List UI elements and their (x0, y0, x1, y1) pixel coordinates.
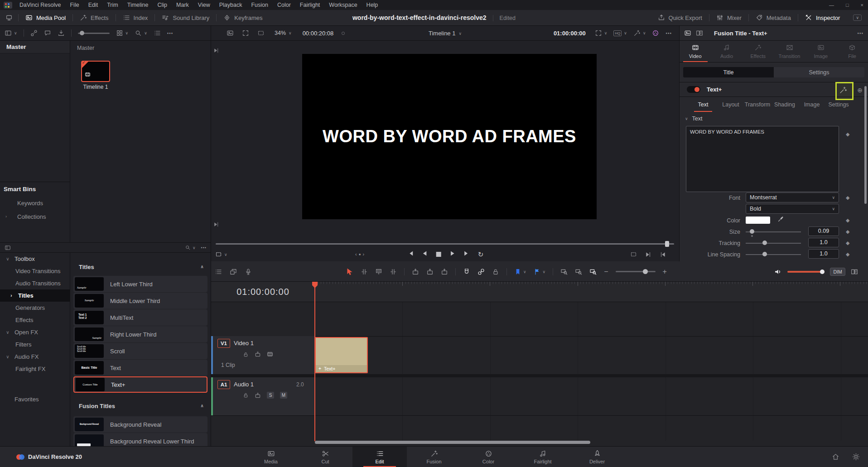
index-button[interactable]: Index (116, 10, 155, 25)
razor-edit-mode-icon[interactable] (375, 268, 382, 275)
minimize-icon[interactable]: — (829, 2, 834, 8)
speaker-icon[interactable] (774, 268, 782, 276)
menu-item-mark[interactable]: Mark (172, 2, 193, 8)
tab-image[interactable]: Image (805, 41, 836, 62)
menu-item-clip[interactable]: Clip (153, 2, 172, 8)
loop-icon[interactable]: ↻ (478, 250, 484, 259)
fusion-titles-header[interactable]: Fusion Titles∧ (79, 403, 115, 409)
grab-still-icon[interactable] (342, 32, 345, 35)
menu-item-trim[interactable]: Trim (102, 2, 123, 8)
tab-transition[interactable]: Transition (774, 41, 805, 62)
color-swatch[interactable] (746, 217, 770, 224)
tree-open-fx[interactable]: ∨Open FX (0, 326, 70, 338)
dual-panel-icon[interactable] (696, 29, 703, 37)
subtab-shading[interactable]: Shading (774, 101, 795, 108)
clip-enable-toggle[interactable] (687, 86, 700, 93)
track-lock-icon[interactable] (243, 351, 249, 357)
dim-button[interactable]: DIM (830, 268, 845, 276)
tracking-value[interactable]: 1.0 (808, 238, 839, 247)
previous-clip-icon[interactable] (660, 251, 666, 258)
smart-bin-collections[interactable]: › Collections (0, 210, 70, 223)
subtab-layout[interactable]: Layout (722, 101, 739, 108)
mute-button[interactable]: M (280, 392, 287, 399)
menu-item-file[interactable]: File (65, 2, 83, 8)
text-input[interactable]: WORD BY WORD AD FRAMES (686, 126, 839, 192)
menu-item-timeline[interactable]: Timeline (123, 2, 153, 8)
play-icon[interactable] (449, 250, 456, 259)
maximize-icon[interactable]: □ (846, 2, 849, 8)
viewer-seek-bar[interactable] (216, 243, 674, 245)
viewer-canvas[interactable]: WORD BY WORD AD FRAMES (302, 54, 597, 219)
tree-toolbox[interactable]: ∨Toolbox (0, 253, 70, 265)
link-clips-icon[interactable] (477, 268, 485, 275)
auto-select-icon[interactable] (255, 351, 261, 357)
tree-favorites[interactable]: Favorites (0, 393, 70, 405)
mixer-toggle-icon[interactable] (851, 268, 858, 275)
jump-next-marker-icon[interactable] (213, 48, 219, 53)
panel-layout-icon[interactable]: ∨ (5, 29, 17, 37)
title-right-lower-third[interactable]: SampleRight Lower Third (73, 326, 207, 342)
keyframes-button[interactable]: Keyframes (217, 10, 269, 25)
media-pool-button[interactable]: Media Pool (19, 10, 72, 25)
page-cut[interactable]: Cut (298, 447, 352, 467)
zoom-in-icon[interactable]: + (663, 268, 667, 276)
timeline-clip-text-plus[interactable]: Text+ (315, 337, 368, 373)
keyframe-diamond-icon[interactable]: ◆ (846, 240, 849, 246)
image-icon[interactable] (227, 29, 234, 37)
panel-toggle-icon[interactable] (5, 245, 11, 251)
detail-zoom-icon[interactable] (575, 268, 582, 275)
trim-edit-mode-icon[interactable] (361, 268, 368, 275)
inspector-scrollbar[interactable] (864, 86, 867, 204)
effects-button[interactable]: Effects (73, 10, 116, 25)
line-spacing-slider-handle[interactable] (762, 252, 767, 256)
viewer-seek-handle[interactable] (665, 241, 669, 247)
audio-track-badge[interactable]: A1 (217, 380, 230, 389)
flag-dropdown[interactable]: ∨ (534, 268, 546, 275)
keyframe-diamond-icon[interactable]: ◆ (846, 229, 849, 235)
overwrite-clip-icon[interactable] (426, 268, 434, 275)
page-fairlight[interactable]: Fairlight (516, 447, 570, 467)
titles-list-header[interactable]: Titles∧ (79, 264, 94, 270)
tracking-slider[interactable] (746, 243, 801, 244)
search-icon[interactable]: ∨ (135, 29, 147, 37)
page-color[interactable]: Color (461, 447, 516, 467)
menu-item-help[interactable]: Help (362, 2, 383, 8)
relink-icon[interactable] (30, 29, 38, 37)
jump-next-edit-icon[interactable] (213, 221, 219, 227)
tree-audio-transitions[interactable]: Audio Transitions (0, 277, 70, 289)
text-section-header[interactable]: ∨ Text (685, 116, 703, 122)
gear-icon[interactable] (852, 453, 860, 461)
page-fusion[interactable]: Fusion (407, 447, 461, 467)
keyframe-diamond-icon[interactable]: ◆ (846, 217, 849, 223)
title-text-plus[interactable]: Custom TitleText+ (73, 376, 207, 393)
inspector-button[interactable]: Inspector (798, 10, 847, 25)
mixer-button[interactable]: Mixer (709, 10, 748, 25)
thumbnail-size-slider[interactable] (78, 33, 110, 34)
stacked-timelines-icon[interactable] (230, 268, 237, 275)
timeline-horizontal-scrollbar[interactable] (315, 441, 590, 444)
clean-feed-icon[interactable] (0, 10, 18, 25)
custom-zoom-icon[interactable] (560, 268, 568, 275)
font-family-dropdown[interactable]: Montserrat∨ (746, 193, 839, 202)
replace-clip-icon[interactable] (441, 268, 448, 275)
title-left-lower-third[interactable]: SampleLeft Lower Third (73, 276, 207, 292)
tracking-slider-handle[interactable] (762, 241, 767, 245)
media-pool-options-icon[interactable]: ••• (167, 31, 174, 36)
menu-item-fairlight[interactable]: Fairlight (295, 2, 324, 8)
timeline-thumbnail-label[interactable]: Timeline 1 (77, 84, 115, 90)
play-reverse-icon[interactable] (422, 250, 429, 259)
viewer-options-icon[interactable]: ••• (665, 31, 672, 36)
subtab-image[interactable]: Image (804, 101, 820, 108)
tab-audio[interactable]: Audio (711, 41, 742, 62)
volume-slider[interactable] (787, 271, 825, 273)
track-film-icon[interactable] (267, 351, 273, 357)
mode-settings-button[interactable]: Settings (774, 67, 864, 77)
menu-item-view[interactable]: View (193, 2, 215, 8)
solo-button[interactable]: S (267, 392, 274, 399)
tree-video-transitions[interactable]: Video Transitions (0, 265, 70, 277)
video-track-name[interactable]: Video 1 (234, 340, 254, 347)
tree-generators[interactable]: Generators (0, 302, 70, 314)
smart-bin-keywords[interactable]: Keywords (0, 197, 70, 210)
timeline-view-options-icon[interactable] (215, 268, 222, 275)
menu-item-davinci-resolve[interactable]: DaVinci Resolve (15, 2, 65, 8)
